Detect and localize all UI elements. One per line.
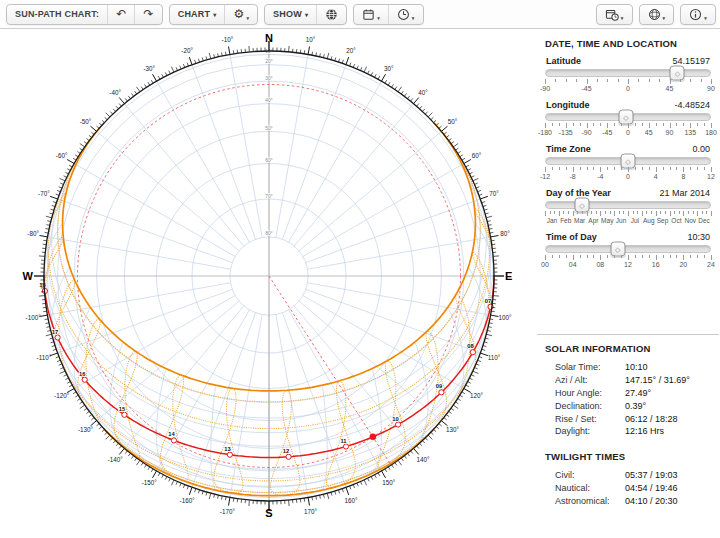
row-value: 27.49°	[625, 388, 651, 398]
rim-tick	[43, 307, 47, 308]
twilight-rows: Civil:05:37 / 19:03Nautical:04:54 / 19:4…	[545, 469, 711, 507]
row-label: Daylight:	[555, 426, 625, 436]
time-picker-button[interactable]: ▾	[388, 5, 423, 24]
row-value: 0.39°	[625, 401, 646, 411]
time-zone-slider: Time Zone0.00◇-12-8-404812	[545, 144, 711, 182]
day-of-the-year-slider-track[interactable]: ◇	[545, 201, 711, 209]
row-label: Astronomical:	[555, 496, 625, 506]
undo-icon: ↶	[116, 8, 126, 20]
azimuth-label: -100°	[26, 314, 42, 321]
time-of-day-slider-track[interactable]: ◇	[545, 245, 711, 253]
redo-icon: ↷	[143, 8, 153, 20]
day-of-the-year-ruler-labels: JanFebMarAprMayJunJulAugSepOctNovDec	[545, 217, 711, 226]
time-of-day-ruler-labels: 00040812162024	[545, 261, 711, 270]
calendar-clock-icon	[605, 8, 619, 21]
chart-settings-button[interactable]: ⚙ ▾	[224, 5, 257, 24]
azimuth-label: 20°	[346, 47, 356, 54]
row-label: Nautical:	[555, 483, 625, 493]
globe-view-button[interactable]	[316, 5, 346, 24]
latitude-ruler-labels: -90-4504590	[545, 85, 711, 94]
altitude-label: 70°	[265, 194, 272, 199]
row-label: Solar Time:	[555, 362, 625, 372]
globe-filled-icon	[325, 8, 338, 21]
rim-tick	[43, 240, 47, 241]
rim-tick	[300, 499, 301, 503]
hour-marker-label: 13	[224, 446, 231, 452]
location-tools-button[interactable]: ▾	[639, 4, 675, 25]
azimuth-label: -40°	[109, 89, 121, 96]
altitude-label: 80°	[265, 231, 272, 236]
show-menu-button[interactable]: SHOW ▾	[265, 5, 316, 24]
latitude-label: Latitude	[546, 56, 581, 66]
solar-info-row: Declination:0.39°	[545, 399, 711, 412]
rim-tick	[39, 296, 45, 297]
sun-position-dot	[370, 434, 377, 441]
azimuth-label: -10°	[222, 36, 234, 43]
datetime-tools-button[interactable]: ▾	[596, 4, 633, 25]
hour-marker-label: 16	[79, 371, 86, 377]
location-section-header: DATE, TIME AND LOCATION	[545, 38, 711, 49]
hour-marker-label: 18	[39, 282, 46, 288]
rim-tick	[43, 244, 47, 245]
time-zone-slider-track[interactable]: ◇	[545, 157, 711, 165]
row-label: Rise / Set:	[555, 414, 625, 424]
azimuth-label: 80°	[500, 230, 510, 237]
longitude-slider-track[interactable]: ◇	[545, 113, 711, 121]
azimuth-label: -160°	[180, 497, 196, 504]
row-label: Azi / Alt:	[555, 375, 625, 385]
twilight-row: Nautical:04:54 / 19:46	[545, 481, 711, 494]
chevron-down-icon: ▾	[412, 15, 415, 21]
hour-marker	[122, 412, 127, 417]
solar-info-row: Hour Angle:27.49°	[545, 387, 711, 400]
chevron-down-icon: ▾	[305, 11, 308, 18]
twilight-section-header: TWILIGHT TIMES	[545, 451, 711, 462]
chevron-down-icon: ▾	[246, 15, 249, 21]
rim-tick	[39, 256, 45, 257]
chevron-down-icon: ▾	[621, 15, 624, 21]
hour-marker-label: 11	[340, 438, 347, 444]
time-of-day-slider: Time of Day10:30◇00040812162024	[545, 232, 711, 270]
azimuth-label: -170°	[220, 508, 236, 515]
date-picker-button[interactable]: ▾	[354, 5, 388, 24]
hour-marker	[82, 377, 87, 382]
row-label: Hour Angle:	[555, 388, 625, 398]
row-value: 10:10	[625, 362, 648, 372]
chart-menu-button[interactable]: CHART ▾	[170, 5, 225, 24]
cardinal-label: E	[505, 270, 512, 282]
solar-info-row: Solar Time:10:10	[545, 361, 711, 374]
redo-button[interactable]: ↷	[134, 5, 161, 24]
section-divider	[537, 334, 719, 335]
info-button[interactable]: ▾	[680, 4, 716, 25]
row-value: 04:54 / 19:46	[625, 483, 678, 493]
azimuth-label: 110°	[488, 354, 501, 361]
azimuth-label: 160°	[344, 497, 358, 504]
hour-marker-label: 08	[467, 343, 474, 349]
azimuth-label: -140°	[108, 456, 124, 463]
hour-marker-label: 15	[119, 406, 126, 412]
solar-info-row: Daylight:12:16 Hrs	[545, 425, 711, 438]
date-time-group: ▾ ▾	[353, 4, 423, 25]
azimuth-label: 120°	[470, 392, 484, 399]
azimuth-label: 140°	[416, 456, 430, 463]
azimuth-label: 60°	[472, 152, 482, 159]
azimuth-label: -70°	[38, 190, 50, 197]
undo-button[interactable]: ↶	[107, 5, 134, 24]
azimuth-label: -150°	[142, 479, 158, 486]
rim-tick	[249, 46, 250, 52]
time-zone-value: 0.00	[692, 144, 710, 154]
solar-info-row: Rise / Set:06:12 / 18:28	[545, 412, 711, 425]
info-icon	[689, 8, 702, 21]
latitude-slider: Latitude54.15197◇-90-4504590	[545, 56, 711, 94]
row-label: Declination:	[555, 401, 625, 411]
sliders-container: Latitude54.15197◇-90-4504590Longitude-4.…	[545, 56, 711, 270]
latitude-slider-track[interactable]: ◇	[545, 69, 711, 77]
rim-tick	[289, 46, 290, 52]
row-label: Civil:	[555, 470, 625, 480]
chevron-down-icon: ▾	[663, 15, 666, 21]
rim-tick	[304, 498, 305, 502]
hour-marker	[396, 422, 401, 427]
clock-icon	[397, 8, 410, 21]
sun-path-chart[interactable]: 07080910111213141516171810°20°30°40°50°6…	[0, 29, 537, 538]
hour-marker	[343, 444, 348, 449]
rim-tick	[289, 500, 290, 506]
